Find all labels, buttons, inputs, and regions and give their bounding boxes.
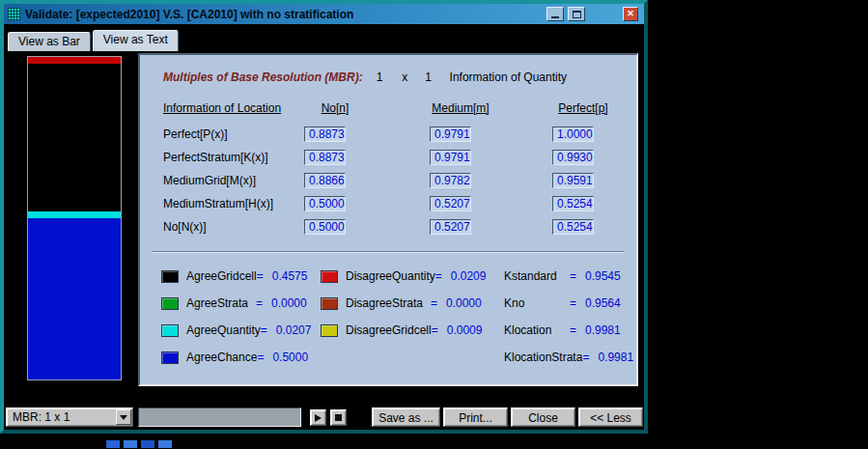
value-field[interactable]: 0.9791: [430, 150, 471, 165]
run-button[interactable]: [310, 409, 326, 426]
value-field[interactable]: 0.8873: [304, 126, 346, 142]
legend-item: AgreeStrata = 0.0000: [161, 290, 321, 317]
bar-segment-agreechance: [28, 218, 121, 379]
taskbar-icon[interactable]: [158, 440, 172, 448]
legend-value: 0.0000: [446, 296, 482, 310]
kappa-label: KlocationStrata: [504, 351, 582, 364]
disagreegridcell-swatch: [321, 324, 338, 337]
legend-column-agree: AgreeGridcell = 0.4575 AgreeStrata = 0.0…: [161, 263, 321, 371]
legend-value: 0.0009: [447, 323, 483, 337]
equals-sign: =: [256, 296, 263, 310]
column-header-medium: Medium[m]: [430, 101, 491, 115]
kappa-value: 0.9564: [585, 296, 621, 310]
taskbar-icon[interactable]: [124, 440, 137, 448]
chevron-down-icon: [120, 415, 127, 420]
legend-item: AgreeChance = 0.5000: [161, 344, 321, 371]
agreequantity-swatch: [161, 324, 179, 337]
taskbar-icon[interactable]: [141, 440, 154, 448]
kappa-value: 0.9981: [585, 323, 621, 337]
table-row: Perfect[P(x)] 0.8873 0.9791 1.0000: [163, 123, 636, 146]
minimize-button[interactable]: [546, 7, 564, 21]
mbr-header-row: Multiples of Base Resolution (MBR): 1 x …: [163, 70, 613, 84]
close-button[interactable]: ✕: [623, 7, 638, 21]
value-field[interactable]: 0.5254: [552, 196, 594, 211]
legend-value: 0.0209: [451, 269, 487, 283]
equals-sign: =: [257, 351, 264, 364]
equals-sign: =: [431, 296, 437, 310]
value-field[interactable]: 0.9791: [430, 126, 471, 142]
legend-item: DisagreeQuantity = 0.0209: [321, 263, 504, 290]
tab-view-as-bar[interactable]: View as Bar: [8, 32, 91, 51]
equals-sign: =: [570, 269, 576, 283]
divider: [152, 251, 625, 253]
legend-label: DisagreeStrata: [346, 296, 431, 310]
mbr-value-2: 1: [425, 70, 432, 84]
table-row: MediumStratum[H(x)] 0.5000 0.5207 0.5254: [163, 192, 636, 215]
bottom-controls: MBR: 1 x 1 Save as ... Print... Close <<…: [4, 407, 644, 429]
equals-sign: =: [432, 323, 438, 337]
dropdown-arrow-button[interactable]: [116, 409, 131, 425]
tabstrip: View as Bar View as Text: [8, 30, 181, 51]
legend-label: AgreeStrata: [186, 296, 256, 310]
agreement-bar-chart: [27, 56, 122, 380]
location-header: Information of Location: [163, 101, 304, 115]
legend-value: 0.0207: [276, 323, 312, 337]
kappa-stat: Klocation = 0.9981: [504, 317, 636, 344]
column-header-perfect: Perfect[p]: [552, 101, 614, 115]
legend-item: DisagreeStrata = 0.0000: [321, 290, 504, 317]
mbr-dropdown-value: MBR: 1 x 1: [13, 410, 70, 424]
value-field[interactable]: 0.5000: [304, 219, 346, 235]
value-field[interactable]: 0.9930: [552, 150, 594, 165]
value-field[interactable]: 0.9782: [430, 173, 471, 188]
maximize-icon: [573, 11, 581, 18]
row-label: Perfect[P(x)]: [163, 127, 304, 141]
titlebar[interactable]: Validate: [expected2010] V.S. [CA2010] w…: [4, 4, 644, 24]
kappa-label: Klocation: [504, 323, 570, 337]
equals-sign: =: [257, 269, 264, 283]
less-button[interactable]: << Less: [578, 407, 643, 427]
legend-item: AgreeGridcell = 0.4575: [161, 263, 321, 290]
table-row: PerfectStratum[K(x)] 0.8873 0.9791 0.993…: [163, 146, 636, 169]
legend-label: AgreeQuantity: [186, 323, 261, 337]
legend-item: AgreeQuantity = 0.0207: [161, 317, 321, 344]
value-field[interactable]: 0.5254: [552, 219, 594, 235]
bar-segment-agreegridcell: [28, 64, 121, 211]
minimize-icon: [551, 16, 559, 18]
agreegridcell-swatch: [161, 270, 179, 283]
window-title: Validate: [expected2010] V.S. [CA2010] w…: [25, 8, 353, 21]
equals-sign: =: [261, 323, 267, 337]
screen: { "window": { "title": "Validate: [expec…: [0, 0, 868, 449]
value-field[interactable]: 0.8866: [304, 173, 346, 188]
save-as-button[interactable]: Save as ...: [372, 407, 440, 427]
bar-segment-disagreement: [28, 57, 121, 64]
legend-label: DisagreeGridcell: [346, 323, 432, 337]
table-row: MediumGrid[M(x)] 0.8866 0.9782 0.9591: [163, 169, 636, 192]
value-field[interactable]: 0.5000: [304, 196, 346, 211]
value-field[interactable]: 0.5207: [430, 196, 471, 211]
row-label: No[N(x)]: [163, 220, 304, 234]
legend-label: AgreeGridcell: [186, 269, 257, 283]
legend-value: 0.4575: [272, 269, 308, 283]
kappa-stat: KlocationStrata = 0.9981: [504, 344, 636, 371]
print-button[interactable]: Print...: [443, 407, 508, 427]
agreestrata-swatch: [161, 297, 179, 310]
legend-value: 0.0000: [271, 296, 307, 310]
kappa-label: Kstandard: [504, 269, 570, 283]
mbr-dropdown[interactable]: MBR: 1 x 1: [6, 407, 133, 427]
value-field[interactable]: 0.9591: [552, 173, 594, 188]
legend: AgreeGridcell = 0.4575 AgreeStrata = 0.0…: [161, 263, 636, 371]
value-field[interactable]: 0.5207: [430, 219, 471, 235]
stop-button[interactable]: [330, 409, 347, 426]
tab-view-as-text[interactable]: View as Text: [93, 30, 179, 51]
value-field[interactable]: 0.8873: [304, 150, 346, 165]
value-field[interactable]: 1.0000: [552, 126, 594, 142]
kappa-stats-column: Kstandard = 0.9545 Kno = 0.9564 Klocatio…: [504, 263, 636, 371]
kappa-stat: Kno = 0.9564: [504, 290, 636, 317]
taskbar: [0, 439, 868, 449]
maximize-button[interactable]: [568, 7, 585, 21]
row-label: MediumStratum[H(x)]: [163, 197, 304, 210]
legend-column-disagree: DisagreeQuantity = 0.0209 DisagreeStrata…: [321, 263, 504, 371]
close-dialog-button[interactable]: Close: [511, 407, 575, 427]
taskbar-icon[interactable]: [106, 440, 120, 448]
disagreequantity-swatch: [321, 270, 338, 283]
